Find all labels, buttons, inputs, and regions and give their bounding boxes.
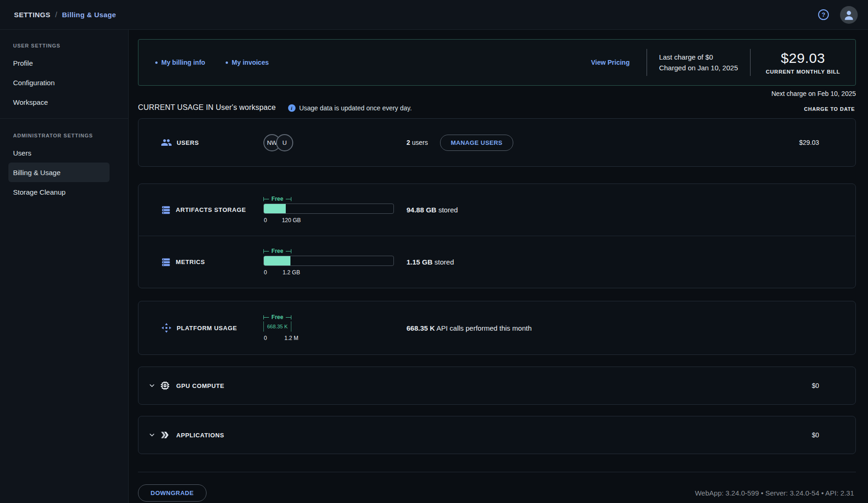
storage-usage-card: ARTIFACTS STORAGE Free 0 120 GB 94.88 GB… [138,184,856,288]
free-tier-label: Free [269,196,285,202]
artifacts-stored-unit: stored [436,206,458,214]
top-bar: SETTINGS / Billing & Usage ? [0,0,868,30]
avatar-badge: U [276,134,293,151]
platform-arrows-icon [161,322,172,333]
my-billing-info-link[interactable]: My billing info [155,59,205,66]
meter-free-limit-label: 120 GB [282,217,301,224]
current-monthly-bill: $29.03 CURRENT MONTHLY BILL [751,50,855,75]
sidebar-item-users[interactable]: Users [8,143,110,163]
breadcrumb: SETTINGS / Billing & Usage [14,11,116,19]
free-tier-bracket: Free [263,314,291,320]
current-bill-amount: $29.03 [751,50,855,66]
bullet-icon [155,61,158,64]
gpu-compute-header[interactable]: GPU COMPUTE $0 [138,367,855,404]
downgrade-button[interactable]: DOWNGRADE [138,484,207,502]
metrics-label: METRICS [176,258,205,265]
bracket-line [264,317,269,318]
bullet-icon [226,61,228,64]
metrics-meter: Free 0 1.2 GB [263,248,394,276]
users-count-text: users [410,139,428,146]
users-group-icon [161,137,172,148]
sidebar-item-storage-cleanup[interactable]: Storage Cleanup [8,182,110,202]
metrics-stored-unit: stored [433,258,454,266]
bracket-tick [291,249,291,253]
free-tier-label: Free [269,248,285,254]
bracket-line [286,251,291,252]
usage-progress-bar [263,256,394,266]
my-billing-info-label: My billing info [161,59,205,66]
database-icon [161,257,171,267]
my-invoices-label: My invoices [232,59,269,66]
bracket-line [264,199,269,199]
users-count: 2 users [406,139,428,146]
bracket-line [286,317,291,318]
help-icon[interactable]: ? [818,9,829,20]
platform-usage-label: PLATFORM USAGE [177,325,237,332]
chevron-down-icon[interactable] [148,382,156,389]
free-tier-bracket: Free [263,196,291,202]
breadcrumb-separator: / [55,11,57,19]
bracket-tick [291,315,291,319]
meter-free-limit-label: 1.2 GB [282,269,300,276]
platform-usage-card: PLATFORM USAGE Free 668.35 K 0 1.2 M 668… [138,301,856,355]
sidebar-item-billing-usage[interactable]: Billing & Usage [8,163,110,182]
bracket-line [264,251,269,252]
breadcrumb-settings[interactable]: SETTINGS [14,11,50,19]
view-pricing-link[interactable]: View Pricing [591,59,630,66]
version-info: WebApp: 3.24.0-599 • Server: 3.24.0-54 •… [695,489,856,497]
last-charge-amount: Last charge of $0 [659,52,738,62]
platform-usage-meter: Free 668.35 K 0 1.2 M [263,314,394,341]
gpu-compute-label: GPU COMPUTE [176,382,224,389]
gpu-compute-charge: $0 [812,382,819,389]
platform-usage-value: 668.35 K [267,324,288,329]
users-count-number: 2 [406,139,410,146]
user-avatar[interactable] [840,6,858,24]
sidebar-item-configuration[interactable]: Configuration [8,73,110,92]
artifacts-storage-row: ARTIFACTS STORAGE Free 0 120 GB 94.88 GB… [138,184,855,236]
platform-usage-summary: 668.35 K API calls performed this month [406,324,531,332]
free-tier-label: Free [269,314,285,320]
charge-to-date-label: CHARGE TO DATE [804,106,856,112]
applications-label: APPLICATIONS [176,432,224,439]
usage-progress-fill [264,204,286,213]
usage-update-note: Usage data is updated once every day. [299,104,412,112]
chevron-down-icon[interactable] [148,431,156,439]
artifacts-stored-summary: 94.88 GB stored [406,206,458,214]
users-usage-card: USERS NW U 2 users MANAGE USERS $29.03 [138,118,856,167]
person-icon [843,9,855,21]
info-icon: i [288,104,296,112]
gpu-compute-card: GPU COMPUTE $0 [138,367,856,405]
meter-free-limit-label: 1.2 M [284,335,298,341]
sidebar-section-administrator-settings: ADMINISTRATOR SETTINGS [0,125,128,143]
meter-min-label: 0 [264,269,267,276]
last-charge-info: Last charge of $0 Charged on Jan 10, 202… [647,52,750,74]
breadcrumb-current-page: Billing & Usage [62,11,116,19]
bracket-tick [291,197,291,201]
page-title: CURRENT USAGE IN User's workspace [138,103,276,112]
last-charge-date: Charged on Jan 10, 2025 [659,62,738,73]
api-calls-text: API calls performed this month [435,324,532,332]
users-charge-value: $29.03 [799,139,819,146]
manage-users-button[interactable]: MANAGE USERS [440,135,513,151]
usage-progress-fill [264,256,290,265]
applications-charge: $0 [812,431,819,439]
footer-divider [138,472,856,472]
sidebar-item-workspace[interactable]: Workspace [8,92,110,112]
metrics-stored-value: 1.15 GB [406,258,433,266]
platform-usage-row: PLATFORM USAGE Free 668.35 K 0 1.2 M 668… [138,301,855,354]
users-card-label: USERS [177,139,199,146]
applications-header[interactable]: APPLICATIONS $0 [138,416,855,454]
billing-usage-page: My billing info My invoices View Pricing… [129,30,868,503]
meter-min-label: 0 [264,335,267,341]
sidebar-item-profile[interactable]: Profile [8,53,110,73]
meter-min-label: 0 [264,217,267,224]
metrics-row: METRICS Free 0 1.2 GB 1.15 GB stored [138,236,855,288]
free-tier-bracket: Free [263,248,291,254]
bracket-line [286,199,291,199]
artifacts-storage-label: ARTIFACTS STORAGE [176,206,246,213]
platform-usage-value-box: 668.35 K [263,321,291,332]
member-avatars: NW U [263,134,293,151]
artifacts-stored-value: 94.88 GB [406,206,436,214]
api-calls-value: 668.35 K [406,324,435,332]
my-invoices-link[interactable]: My invoices [226,59,269,66]
